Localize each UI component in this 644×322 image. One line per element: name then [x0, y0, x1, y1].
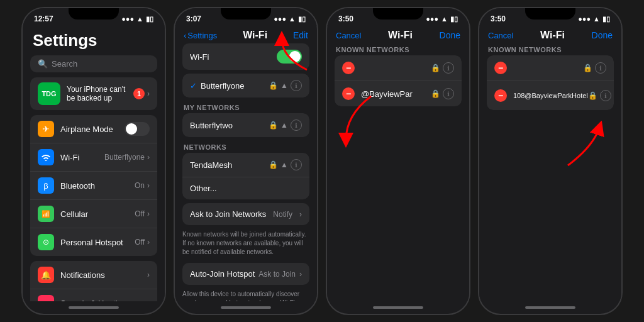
delete-row-2[interactable]: − 108@BayviewParkHotel 🔒 ℹ Delete: [487, 81, 614, 110]
known-networks-group: − 🔒 ℹ − @BayviewPar 🔒 ℹ: [335, 55, 462, 106]
networks-group: TendaMesh 🔒 ▲ ℹ Other...: [182, 153, 309, 199]
phone-delete: 3:50 ●●● ▲ ▮▯ Cancel Wi-Fi Done KNOWN NE…: [478, 7, 623, 315]
minus-button-1[interactable]: −: [342, 62, 355, 74]
wifi-back-label: Settings: [187, 31, 217, 40]
autojoin-row[interactable]: Auto-Join Hotspot Ask to Join ›: [182, 263, 309, 285]
known-networks-label: KNOWN NETWORKS: [327, 43, 469, 55]
known-row-2[interactable]: − @BayviewPar 🔒 ℹ: [335, 81, 462, 106]
info-button[interactable]: ℹ: [291, 80, 302, 91]
delete-minus-2[interactable]: −: [494, 89, 507, 102]
search-icon: 🔍: [38, 59, 48, 69]
ask-join-row[interactable]: Ask to Join Networks Notify ›: [182, 203, 309, 225]
search-placeholder: Search: [52, 59, 77, 69]
status-bar-3: 3:50 ●●● ▲ ▮▯: [327, 8, 469, 26]
tenda-icons: 🔒 ▲ ℹ: [269, 159, 302, 170]
home-bar-2: [221, 306, 271, 309]
info-button-2[interactable]: ℹ: [291, 119, 302, 131]
airplane-mode-row[interactable]: ✈ Airplane Mode: [30, 115, 157, 143]
search-bar[interactable]: 🔍 Search: [30, 55, 157, 72]
delete-info-1[interactable]: ℹ: [595, 62, 606, 74]
bluetooth-value: On: [135, 181, 145, 190]
notch-1: [69, 8, 119, 19]
status-bar-4: 3:50 ●●● ▲ ▮▯: [479, 8, 621, 26]
wifi-signal-icon: ▲: [280, 81, 288, 90]
bluetooth-label: Bluetooth: [60, 181, 135, 191]
networks-label: NETWORKS: [175, 141, 317, 153]
cellular-value: Off: [135, 209, 145, 218]
home-indicator-4: [479, 301, 621, 314]
delete-nav-title: Wi-Fi: [540, 30, 565, 41]
join-networks-group: Ask to Join Networks Notify ›: [182, 203, 309, 225]
known-icons-1: 🔒 ℹ: [431, 62, 454, 74]
notifications-row[interactable]: 🔔 Notifications ›: [30, 261, 157, 289]
hotspot-row[interactable]: ⊙ Personal Hotspot Off ›: [30, 228, 157, 256]
autojoin-desc: Allow this device to automatically disco…: [175, 287, 317, 301]
tenda-info[interactable]: ℹ: [291, 159, 302, 170]
known-info-1[interactable]: ℹ: [443, 62, 454, 74]
hotspot-chevron: ›: [147, 238, 150, 247]
delete-nav: Cancel Wi-Fi Done: [479, 26, 621, 43]
wifi-back-button[interactable]: ‹ Settings: [184, 31, 217, 40]
notch-3: [373, 8, 423, 19]
delete-minus-1[interactable]: −: [494, 62, 507, 74]
time-3: 3:50: [338, 14, 353, 23]
connected-network-row[interactable]: ✓ Butterflyone 🔒 ▲ ℹ: [182, 74, 309, 97]
cellular-chevron: ›: [147, 209, 150, 218]
delete-network-2: 108@BayviewParkHotel: [513, 92, 588, 99]
known-info-2[interactable]: ℹ: [443, 88, 454, 99]
my-network-row[interactable]: Butterflytwo 🔒 ▲ ℹ: [182, 113, 309, 137]
lock-icon: 🔒: [269, 81, 278, 90]
bluetooth-icon: β: [38, 177, 54, 194]
other-row[interactable]: Other...: [182, 177, 309, 199]
wifi-row[interactable]: Wi-Fi Butterflyone ›: [30, 143, 157, 172]
tenda-name: TendaMesh: [190, 160, 269, 170]
wifi-toggle-row[interactable]: Wi-Fi: [182, 43, 309, 70]
autojoin-chevron: ›: [299, 270, 302, 279]
warning-chevron: ›: [147, 89, 150, 98]
sounds-row[interactable]: ♪ Sounds & Haptics ›: [30, 289, 157, 301]
delete-cancel-button[interactable]: Cancel: [488, 31, 513, 40]
phone-wifi: 3:07 ●●● ▲ ▮▯ ‹ Settings Wi-Fi Edit Wi-F…: [174, 7, 318, 315]
delete-networks-group: − 🔒 ℹ − 108@BayviewParkHotel 🔒 ℹ Delete: [487, 55, 614, 110]
connected-group: ✓ Butterflyone 🔒 ▲ ℹ: [182, 74, 309, 97]
wifi-edit-button[interactable]: Edit: [293, 30, 308, 40]
bluetooth-row[interactable]: β Bluetooth On ›: [30, 172, 157, 200]
airplane-toggle[interactable]: [125, 122, 150, 136]
cellular-row[interactable]: 📶 Cellular Off ›: [30, 200, 157, 228]
wifi-nav-title: Wi-Fi: [243, 30, 267, 41]
delete-row-1[interactable]: − 🔒 ℹ: [487, 55, 614, 81]
known-done-button[interactable]: Done: [440, 30, 460, 40]
other-name: Other...: [190, 184, 302, 193]
status-icons-4: ●●● ▲ ▮▯: [578, 15, 610, 23]
warning-message: Your iPhone can't be backed up: [67, 85, 125, 103]
delete-icons-2: 🔒 ℹ Delete: [588, 87, 614, 104]
notifications-icon: 🔔: [38, 267, 54, 283]
wifi-icon: ▲: [136, 15, 143, 23]
settings-screen: Settings 🔍 Search TDG Your iPhone can't …: [23, 26, 165, 301]
wifi-screen: Wi-Fi ✓ Butterflyone 🔒 ▲ ℹ MY NETWORKS B…: [175, 43, 317, 301]
airplane-label: Airplane Mode: [60, 125, 125, 134]
wifi-signal-icon-2: ▲: [280, 121, 288, 130]
signal-icon: ●●●: [121, 15, 134, 23]
known-row-1[interactable]: − 🔒 ℹ: [335, 55, 462, 81]
known-cancel-button[interactable]: Cancel: [336, 31, 361, 40]
delete-done-button[interactable]: Done: [592, 30, 613, 40]
hotspot-value: Off: [135, 238, 145, 247]
autojoin-label: Auto-Join Hotspot: [190, 269, 255, 279]
warning-banner[interactable]: TDG Your iPhone can't be backed up 1 ›: [30, 77, 157, 110]
bluetooth-chevron: ›: [147, 181, 150, 190]
minus-button-2[interactable]: −: [342, 87, 355, 100]
sounds-icon: ♪: [38, 295, 54, 301]
ask-join-desc: Known networks will be joined automatica…: [175, 228, 317, 260]
toggle-knob: [126, 123, 137, 135]
lock-icon-2: 🔒: [269, 121, 278, 130]
status-bar-1: 12:57 ●●● ▲ ▮▯: [23, 8, 165, 26]
status-icons-1: ●●● ▲ ▮▯: [121, 15, 153, 23]
tenda-row[interactable]: TendaMesh 🔒 ▲ ℹ: [182, 153, 309, 177]
delete-info-2[interactable]: ℹ: [600, 90, 611, 101]
wifi-toggle-label: Wi-Fi: [190, 52, 277, 62]
warning-badge: 1: [133, 88, 145, 99]
delete-screen: KNOWN NETWORKS − 🔒 ℹ − 108@BayviewParkHo…: [479, 43, 621, 301]
my-network-name: Butterflytwo: [190, 121, 269, 130]
wifi-toggle-switch[interactable]: [277, 50, 302, 64]
